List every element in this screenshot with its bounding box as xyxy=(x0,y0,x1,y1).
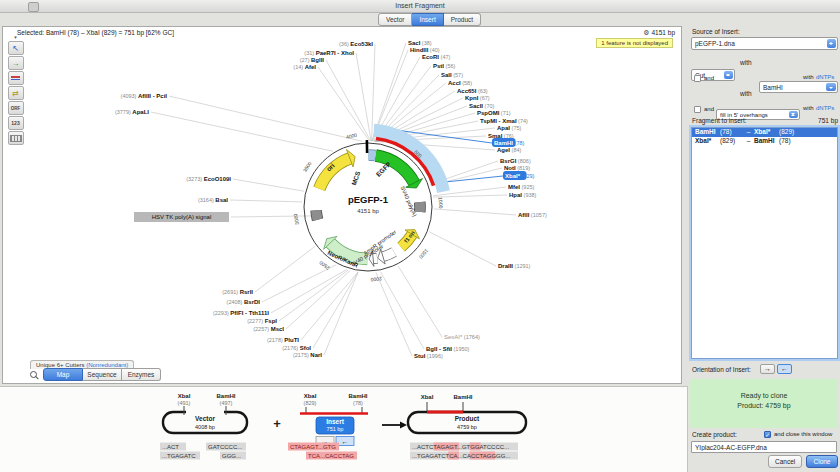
source-select[interactable]: pEGFP-1.dna xyxy=(691,37,838,50)
view-tab-map[interactable]: Map xyxy=(43,368,83,381)
clone-button[interactable]: Clone xyxy=(806,455,838,468)
svg-text:751 bp: 751 bp xyxy=(327,426,344,432)
svg-text:XbaI: XbaI xyxy=(304,393,317,399)
enzyme-label[interactable]: (2178) PluTI xyxy=(267,337,299,343)
tab-product[interactable]: Product xyxy=(444,13,481,26)
svg-text:TCA...CACCTAG: TCA...CACCTAG xyxy=(308,453,354,459)
enzyme-label[interactable]: XbaI* (829) xyxy=(505,173,535,179)
view-tab-sequence[interactable]: Sequence xyxy=(83,368,122,381)
enzyme-label[interactable]: (31) PaeR7I - XhoI xyxy=(304,50,354,56)
gear-icon[interactable]: ⚙ xyxy=(643,29,649,36)
feature-MCS[interactable] xyxy=(369,155,376,156)
close-window-label: and close this window xyxy=(774,431,832,437)
feature-warning-badge[interactable]: 1 feature is not displayed xyxy=(596,38,673,48)
tool-numbering-button[interactable]: 123 xyxy=(8,116,24,130)
hsv-tk-label: HSV TK poly(A) signal xyxy=(152,214,212,220)
fill-checkbox-2[interactable] xyxy=(694,106,701,113)
enzyme-label[interactable]: Acc65I (63) xyxy=(457,88,488,94)
enzyme-label[interactable]: (27) BglII xyxy=(300,57,325,63)
tool-primer-button[interactable]: ⇄ xyxy=(8,86,24,100)
window-titlebar: Insert Fragment xyxy=(0,0,840,13)
svg-text:GATCCCC...: GATCCCC... xyxy=(208,444,243,450)
view-tab-enzymes[interactable]: Enzymes xyxy=(122,368,161,381)
chevron-down-icon[interactable] xyxy=(826,83,836,91)
orientation-reverse-button[interactable]: ← xyxy=(777,364,792,374)
fragment-list[interactable]: BamHI(78)–XbaI*(829)XbaI*(829)–BamHI(78) xyxy=(691,127,838,359)
enzyme-label[interactable]: AccI (58) xyxy=(448,80,472,86)
feature-HSV TK poly(A) signal[interactable] xyxy=(316,210,318,219)
enzyme-label[interactable]: KpnI (67) xyxy=(465,95,490,101)
enzyme-label[interactable]: PstI (56) xyxy=(433,63,455,69)
svg-text:(491): (491) xyxy=(178,400,191,406)
enzyme-label[interactable]: (3164) BsaI xyxy=(198,197,228,203)
cancel-button[interactable]: Cancel xyxy=(768,455,802,468)
svg-text:XbaI: XbaI xyxy=(178,393,191,399)
window-title: Insert Fragment xyxy=(0,0,840,12)
enzyme-label[interactable]: (3273) EcoO109I xyxy=(186,176,231,182)
tool-select-button[interactable]: ↖ xyxy=(8,41,24,55)
tool-ruler-button[interactable] xyxy=(8,131,24,145)
feature-SV40 promoter[interactable] xyxy=(383,252,394,257)
enzyme-label[interactable]: HpaI (938) xyxy=(509,192,537,198)
stepper-icon[interactable] xyxy=(789,111,798,118)
enzyme-label[interactable]: (4093) AflIII - PciI xyxy=(121,93,168,99)
enzyme-label[interactable]: AflII (1057) xyxy=(518,212,547,218)
window-icon[interactable] xyxy=(28,2,39,12)
tool-orf-button[interactable]: ORF xyxy=(8,101,24,115)
enzyme-label[interactable]: TspMI - XmaI (74) xyxy=(480,118,528,124)
enzyme-label[interactable]: DraIII (1291) xyxy=(498,263,531,269)
orientation-label: Orientation of Insert: xyxy=(692,366,751,373)
enzyme-label[interactable]: (36) Eco53kI xyxy=(339,41,373,47)
view-tabs: MapSequenceEnzymes xyxy=(30,368,161,381)
svg-text:BamHI: BamHI xyxy=(453,394,472,400)
orientation-forward-button[interactable]: → xyxy=(760,364,775,374)
stepper-icon[interactable] xyxy=(827,39,836,48)
enzyme-label[interactable]: StuI (1996) xyxy=(414,353,443,359)
svg-text:+: + xyxy=(273,416,281,431)
tool-feature-button[interactable]: → xyxy=(8,56,24,70)
fragment-option[interactable]: BamHI(78)–XbaI*(829) xyxy=(692,128,837,137)
enzyme-label[interactable]: (3779) ApaLI xyxy=(115,109,149,115)
enzyme-label[interactable]: BglI - SfiI (1950) xyxy=(426,346,470,352)
enzyme-label[interactable]: EcoRI (47) xyxy=(422,54,450,60)
enzyme-label[interactable]: SacII (70) xyxy=(469,103,494,109)
enzyme-label[interactable]: (2176) SfoI xyxy=(282,345,311,351)
stepper-icon[interactable] xyxy=(724,71,733,79)
plasmid-length-badge[interactable]: ⚙4151 bp xyxy=(643,29,675,37)
feature-ori[interactable] xyxy=(319,158,350,189)
fill-checkbox-1[interactable] xyxy=(694,75,701,82)
enzyme-label[interactable]: BsrGI (806) xyxy=(500,158,531,164)
enzyme-label[interactable]: (14) AfeI xyxy=(293,64,316,70)
enzyme-label[interactable]: (2293) PflFI - Tth111I xyxy=(213,310,269,316)
fragment-option[interactable]: XbaI*(829)–BamHI(78) xyxy=(692,137,837,146)
enzyme-label[interactable]: ApaI (75) xyxy=(497,125,521,131)
position-tick-label: 3000 xyxy=(292,213,300,225)
feature-AmpR promoter[interactable] xyxy=(373,258,377,259)
tab-vector[interactable]: Vector xyxy=(378,13,412,26)
enzyme-label[interactable]: PspOMI (71) xyxy=(477,110,511,116)
enzyme-label[interactable]: NotI (819) xyxy=(504,165,530,171)
enzyme-label[interactable]: HindIII (40) xyxy=(410,47,440,53)
enzyme-label[interactable]: (2257) MscI xyxy=(253,326,284,332)
toolbar-collapse-caret[interactable]: ▾ xyxy=(14,35,17,40)
enzyme-label[interactable]: (2691) RsrII xyxy=(222,289,253,295)
close-window-checkbox[interactable]: ✓ xyxy=(764,431,771,438)
enzyme-label[interactable]: BamHI (78) xyxy=(494,140,524,146)
search-icon[interactable] xyxy=(30,371,38,379)
enzyme-label[interactable]: (2175) NarI xyxy=(293,352,322,358)
enzyme-label[interactable]: (2277) FspI xyxy=(247,318,277,324)
enzyme-label[interactable]: SacI (38) xyxy=(408,40,432,46)
enzyme-label[interactable]: SexAI* (1764) xyxy=(444,334,480,340)
enzyme-select-1[interactable]: BamHI xyxy=(759,81,838,93)
source-label: Source of Insert: xyxy=(692,28,740,35)
enzyme-label[interactable]: (2408) BsrDI xyxy=(227,299,261,305)
tool-enzyme-button[interactable] xyxy=(8,71,24,85)
svg-text:4008 bp: 4008 bp xyxy=(195,424,215,430)
enzyme-label[interactable]: SalI (57) xyxy=(441,72,463,78)
product-filename-input[interactable] xyxy=(691,441,837,453)
enzyme-label[interactable]: MfeI (925) xyxy=(508,184,535,190)
tab-insert[interactable]: Insert xyxy=(412,13,443,26)
position-tick-label: 2500 xyxy=(318,260,331,272)
enzyme-label[interactable]: AgeI (84) xyxy=(497,147,521,153)
plasmid-map[interactable]: 5001000150020002500300035004000MCSEGFPSV… xyxy=(29,31,685,383)
